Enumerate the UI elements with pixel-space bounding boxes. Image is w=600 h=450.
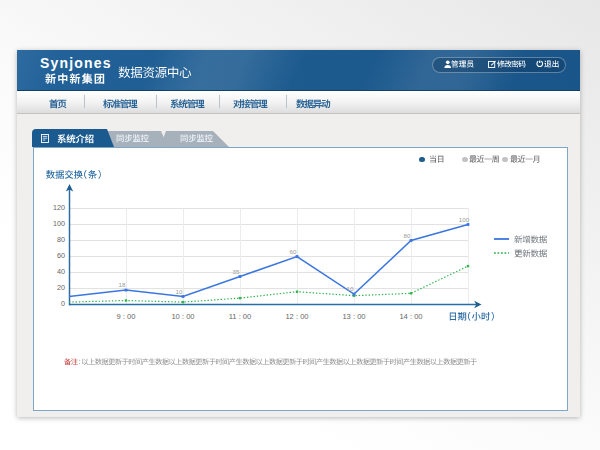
svg-text:35: 35 — [233, 268, 240, 275]
svg-text:9 : 00: 9 : 00 — [117, 312, 136, 321]
svg-text:12 : 00: 12 : 00 — [285, 312, 308, 321]
svg-text:10: 10 — [347, 285, 354, 292]
svg-text:10: 10 — [176, 288, 183, 295]
svg-text:13 : 00: 13 : 00 — [342, 312, 365, 321]
svg-text:11 : 00: 11 : 00 — [229, 312, 252, 321]
svg-text:0: 0 — [61, 299, 65, 308]
svg-text:100: 100 — [459, 216, 470, 223]
svg-text:60: 60 — [290, 248, 297, 255]
svg-text:80: 80 — [57, 235, 65, 244]
svg-text:100: 100 — [53, 219, 65, 228]
svg-text:18: 18 — [119, 281, 126, 288]
svg-text:40: 40 — [57, 267, 65, 276]
svg-text:120: 120 — [53, 203, 65, 212]
svg-text:10 : 00: 10 : 00 — [171, 312, 194, 321]
svg-text:60: 60 — [57, 251, 65, 260]
svg-text:80: 80 — [404, 232, 411, 239]
svg-text:14 : 00: 14 : 00 — [399, 312, 422, 321]
svg-text:20: 20 — [57, 283, 65, 292]
